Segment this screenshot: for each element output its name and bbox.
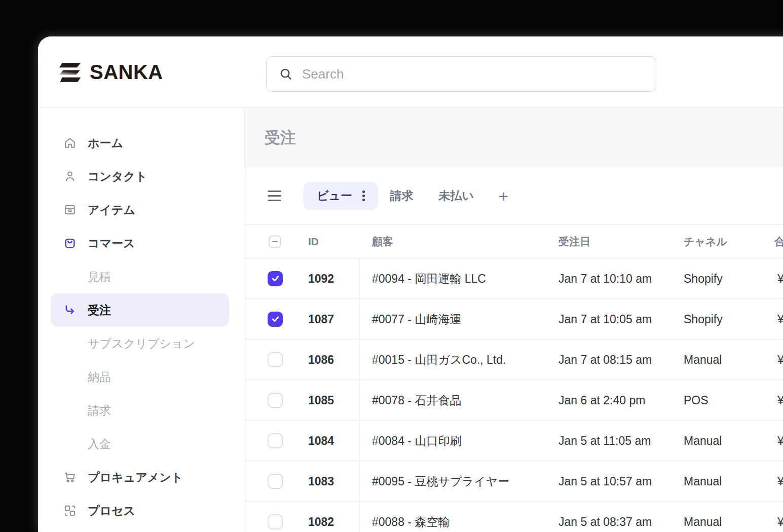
cell-channel: Manual (684, 474, 722, 488)
column-divider (359, 502, 360, 532)
cell-total: ¥ (777, 393, 783, 407)
column-divider (359, 339, 360, 379)
no-icon (63, 404, 77, 417)
cell-total: ¥ (777, 434, 783, 447)
sidebar-item-10[interactable]: プロキュアメント (51, 461, 229, 494)
sidebar-item-7[interactable]: 納品 (51, 360, 229, 394)
cell-id: 1082 (308, 515, 334, 528)
cell-date: Jan 5 at 08:37 am (558, 515, 652, 528)
check-icon (271, 315, 280, 323)
column-divider (359, 258, 360, 298)
home-icon (63, 136, 77, 149)
cell-customer[interactable]: #0077 - 山崎海運 (372, 311, 461, 327)
sidebar-item-8[interactable]: 請求 (51, 394, 229, 427)
column-divider (359, 299, 360, 339)
list-layout-icon[interactable] (268, 191, 281, 201)
app-header: SANKA (38, 36, 783, 108)
cell-id: 1084 (308, 434, 334, 447)
cell-date: Jan 7 at 08:15 am (558, 353, 652, 366)
table-row: 1085 #0078 - 石井食品 Jan 6 at 2:40 pm POS ¥ (244, 380, 783, 421)
tab-unpaid[interactable]: 未払い (439, 188, 474, 204)
header-channel[interactable]: チャネル (684, 235, 727, 249)
cell-channel: Manual (684, 434, 722, 447)
header-total[interactable]: 合計 (774, 235, 783, 249)
kebab-menu-icon[interactable] (362, 191, 365, 201)
page-title-band: 受注 (244, 108, 783, 167)
cell-total: ¥ (777, 272, 783, 285)
header-date[interactable]: 受注日 (558, 235, 590, 249)
cell-customer[interactable]: #0088 - 森空輸 (372, 514, 450, 529)
sanka-logo-icon (58, 60, 83, 85)
row-checkbox[interactable] (268, 271, 283, 286)
sidebar-item-3[interactable]: コマース (51, 226, 229, 260)
table-row: 1082 #0088 - 森空輸 Jan 5 at 08:37 am Manua… (244, 502, 783, 532)
cart-icon (63, 471, 77, 484)
process-icon (63, 504, 77, 517)
cell-total: ¥ (777, 312, 783, 326)
no-icon (63, 437, 77, 450)
search-bar (266, 56, 656, 92)
column-divider (359, 380, 360, 420)
cell-date: Jan 5 at 10:57 am (558, 474, 652, 488)
cell-customer[interactable]: #0084 - 山口印刷 (372, 433, 461, 448)
sidebar-item-4[interactable]: 見積 (51, 260, 229, 293)
sidebar-item-1[interactable]: コンタクト (51, 160, 229, 193)
row-checkbox[interactable] (268, 393, 283, 408)
row-checkbox[interactable] (268, 474, 283, 489)
cell-date: Jan 7 at 10:05 am (558, 312, 652, 326)
toolbar: ビュー 請求 未払い + (244, 167, 783, 224)
sidebar-item-0[interactable]: ホーム (51, 126, 229, 160)
sidebar: ホーム コンタクト アイテム コマース 見積 受注 サブスクリプション (38, 108, 244, 532)
cell-date: Jan 7 at 10:10 am (558, 272, 652, 285)
cell-channel: Manual (684, 353, 722, 366)
tab-billing[interactable]: 請求 (390, 188, 414, 204)
search-input[interactable] (302, 66, 644, 82)
row-checkbox[interactable] (268, 312, 283, 327)
cell-id: 1092 (308, 272, 334, 285)
sidebar-item-6[interactable]: サブスクリプション (51, 327, 229, 360)
brand-name: SANKA (90, 61, 163, 84)
cell-customer[interactable]: #0078 - 石井食品 (372, 392, 461, 408)
bag-icon (63, 237, 77, 250)
cell-total: ¥ (777, 474, 783, 488)
cell-customer[interactable]: #0094 - 岡田運輸 LLC (372, 271, 486, 286)
minus-icon (271, 238, 279, 245)
table-row: 1084 #0084 - 山口印刷 Jan 5 at 11:05 am Manu… (244, 421, 783, 461)
view-selector-label: ビュー (317, 188, 352, 204)
cell-id: 1083 (308, 474, 334, 488)
person-icon (63, 170, 77, 183)
column-divider (359, 461, 360, 501)
header-id[interactable]: ID (308, 236, 319, 248)
sidebar-item-11[interactable]: プロセス (51, 494, 229, 527)
cell-id: 1085 (308, 393, 334, 407)
no-icon (63, 337, 77, 350)
table-row: 1083 #0095 - 豆桃サプライヤー Jan 5 at 10:57 am … (244, 461, 783, 502)
cell-total: ¥ (777, 515, 783, 528)
no-icon (63, 370, 77, 384)
no-icon (63, 270, 77, 283)
sidebar-item-9[interactable]: 入金 (51, 427, 229, 461)
cell-channel: Shopify (684, 312, 723, 326)
view-selector-button[interactable]: ビュー (304, 182, 378, 210)
search-icon (279, 67, 293, 81)
header-customer[interactable]: 顧客 (372, 235, 393, 249)
add-view-button[interactable]: + (498, 187, 508, 205)
table-row: 1086 #0015 - 山田ガスCo., Ltd. Jan 7 at 08:1… (244, 339, 783, 380)
cell-customer[interactable]: #0095 - 豆桃サプライヤー (372, 473, 509, 489)
cell-total: ¥ (777, 353, 783, 366)
row-checkbox[interactable] (268, 352, 283, 367)
row-checkbox[interactable] (268, 514, 283, 529)
box-icon (63, 203, 77, 216)
sidebar-item-2[interactable]: アイテム (51, 193, 229, 226)
check-icon (271, 274, 280, 283)
select-all-checkbox[interactable] (269, 235, 281, 248)
app-window: SANKA ホーム コンタクト アイテム コマース (38, 36, 783, 532)
cell-customer[interactable]: #0015 - 山田ガスCo., Ltd. (372, 352, 506, 367)
brand[interactable]: SANKA (58, 36, 163, 108)
page-title: 受注 (265, 127, 296, 148)
cell-id: 1087 (308, 312, 334, 326)
sidebar-item-5[interactable]: 受注 (51, 293, 229, 327)
cell-date: Jan 5 at 11:05 am (558, 434, 651, 447)
row-checkbox[interactable] (268, 433, 283, 448)
table-row: 1092 #0094 - 岡田運輸 LLC Jan 7 at 10:10 am … (244, 258, 783, 299)
